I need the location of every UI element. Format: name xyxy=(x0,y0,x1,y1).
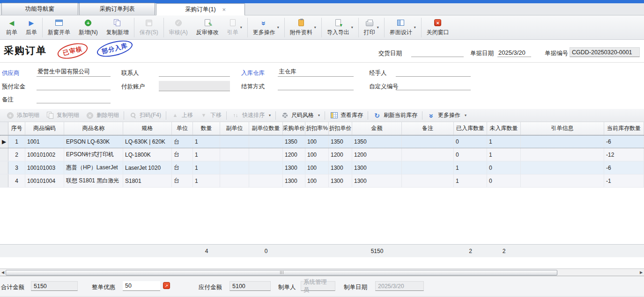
cell-discount_rate[interactable]: 100 xyxy=(305,148,329,161)
cell-ref_info[interactable] xyxy=(521,136,604,148)
dropdown-caret-icon[interactable]: ▾ xyxy=(314,25,316,29)
cell-spec[interactable]: LQ-1800K xyxy=(123,148,172,161)
cell-discount_price[interactable]: 1300 xyxy=(329,174,352,187)
supplier-input[interactable]: 爱普生中国有限公司 xyxy=(37,67,111,77)
cell-subunit_qty[interactable] xyxy=(249,174,283,187)
cell-name[interactable]: 惠普（HP）LaserJet xyxy=(64,161,123,174)
cell-current_stock[interactable]: -1 xyxy=(604,174,644,187)
column-header-unit[interactable]: 单位 xyxy=(172,122,193,135)
cell-price[interactable]: 1300 xyxy=(283,174,305,187)
tab-po[interactable]: 采购订单(1)× xyxy=(156,3,245,15)
cell-subunit_qty[interactable] xyxy=(249,136,283,148)
refresh-stock-button[interactable]: ↻刷新当前库存 xyxy=(370,109,421,122)
tab-po-list[interactable]: 采购订单列表 xyxy=(79,3,155,15)
column-header-discount_price[interactable]: 折扣单价 xyxy=(329,122,352,135)
cell-seq[interactable]: 1 xyxy=(8,136,25,148)
cell-seq[interactable]: 2 xyxy=(8,148,25,161)
cell-seq[interactable]: 4 xyxy=(8,174,25,187)
cell-subunit[interactable] xyxy=(220,161,249,174)
cell-name[interactable]: EPSON针式打印机 xyxy=(64,148,123,161)
cell-stocked_qty[interactable]: 0 xyxy=(454,136,487,148)
cell-unstocked_qty[interactable]: 1 xyxy=(487,136,521,148)
cell-name[interactable]: EPSON LQ-630K xyxy=(64,136,123,148)
handler-input[interactable] xyxy=(396,67,471,77)
cell-unit[interactable]: 台 xyxy=(172,161,193,174)
scrollbar-thumb[interactable] xyxy=(6,270,557,275)
close-window-button[interactable]: ×关闭窗口 xyxy=(422,17,453,38)
cell-current_stock[interactable]: -6 xyxy=(604,136,644,148)
cell-unstocked_qty[interactable]: 0 xyxy=(487,174,521,187)
cell-qty[interactable]: 1 xyxy=(193,174,220,187)
import-export-button[interactable]: ▼导入导出▾ xyxy=(323,17,357,38)
cell-seq[interactable]: 3 xyxy=(8,161,25,174)
contact-input[interactable] xyxy=(159,67,230,77)
move-down-button[interactable]: ▼下移 xyxy=(196,109,225,122)
cell-name[interactable]: 联想 S1801 黑白激光 xyxy=(64,174,123,187)
cell-remark[interactable] xyxy=(402,148,454,161)
table-row[interactable]: ▶11001EPSON LQ-630KLQ-630K | 620K台113501… xyxy=(0,135,644,148)
cell-code[interactable]: 100101004 xyxy=(25,174,64,187)
cell-current_stock[interactable]: -12 xyxy=(604,148,644,161)
save-button[interactable]: 保存(S) xyxy=(135,17,163,38)
cell-price[interactable]: 1200 xyxy=(283,148,305,161)
dropdown-caret-icon[interactable]: ▾ xyxy=(269,113,271,117)
cell-ref_info[interactable] xyxy=(521,161,604,174)
add-new-button[interactable]: +新增(N) xyxy=(74,17,102,38)
dropdown-caret-icon[interactable]: ▾ xyxy=(465,113,466,117)
cell-discount_rate[interactable]: 100 xyxy=(305,136,329,148)
order-discount-input[interactable]: 50 xyxy=(123,281,160,291)
copy-add-button[interactable]: 复制新增 xyxy=(102,17,133,38)
more-detail-ops-button[interactable]: »更多操作▾ xyxy=(424,109,470,122)
column-header-qty[interactable]: 数量 xyxy=(193,122,220,135)
dropdown-caret-icon[interactable]: ▾ xyxy=(377,25,379,29)
row-marker[interactable] xyxy=(0,174,8,187)
table-row[interactable]: 4100101004联想 S1801 黑白激光S1801台11300100130… xyxy=(0,174,644,188)
unaudit-edit-button[interactable]: ✎反审修改 xyxy=(192,17,223,38)
cell-discount_rate[interactable]: 100 xyxy=(305,174,329,187)
horizontal-scrollbar[interactable]: ◀ ▶ xyxy=(0,268,644,276)
cell-subunit[interactable] xyxy=(220,174,249,187)
table-row[interactable]: 2100101002EPSON针式打印机LQ-1800K台11200100120… xyxy=(0,148,644,161)
cell-discount_rate[interactable]: 100 xyxy=(305,161,329,174)
remark-input[interactable] xyxy=(37,94,111,103)
row-marker[interactable] xyxy=(0,161,8,174)
column-header-unstocked_qty[interactable]: 未入库数量 xyxy=(487,122,521,135)
column-header-amount[interactable]: 金额 xyxy=(352,122,402,135)
cell-remark[interactable] xyxy=(402,174,454,187)
cell-subunit_qty[interactable] xyxy=(249,161,283,174)
cell-unstocked_qty[interactable]: 1 xyxy=(487,148,521,161)
cell-spec[interactable]: LaserJet 1020 xyxy=(123,161,172,174)
dropdown-caret-icon[interactable]: ▾ xyxy=(414,25,416,29)
column-header-seq[interactable]: 序号 xyxy=(8,122,25,135)
dropdown-caret-icon[interactable]: ▾ xyxy=(240,25,242,29)
cell-qty[interactable]: 1 xyxy=(193,136,220,148)
prev-doc-button[interactable]: ◀前单 xyxy=(2,17,22,38)
cell-remark[interactable] xyxy=(402,136,454,148)
cell-subunit[interactable] xyxy=(220,148,249,161)
dropdown-caret-icon[interactable]: ▾ xyxy=(351,25,353,29)
more-ops-button[interactable]: »更多操作▾ xyxy=(249,17,283,38)
cell-remark[interactable] xyxy=(402,161,454,174)
cell-unit[interactable]: 台 xyxy=(172,148,193,161)
settlement-input[interactable] xyxy=(278,81,354,90)
attachments-button[interactable]: 附件资料▾ xyxy=(286,17,320,38)
cell-stocked_qty[interactable]: 1 xyxy=(454,161,487,174)
delete-detail-button[interactable]: ×删除明细 xyxy=(82,109,122,122)
current-row-marker[interactable]: ▶ xyxy=(0,136,8,148)
tab-nav[interactable]: 功能导航窗 xyxy=(1,3,78,15)
ref-doc-button[interactable]: 引单▾ xyxy=(223,17,246,38)
column-header-ref_info[interactable]: 引单信息 xyxy=(521,122,604,135)
delivery-date-input[interactable] xyxy=(411,48,464,57)
row-marker[interactable] xyxy=(0,148,8,161)
cell-stocked_qty[interactable]: 1 xyxy=(454,174,487,187)
cell-ref_info[interactable] xyxy=(521,174,604,187)
cell-ref_info[interactable] xyxy=(521,148,604,161)
column-header-subunit_qty[interactable]: 副单位数量 xyxy=(249,122,283,135)
cell-amount[interactable]: 1350 xyxy=(352,136,402,148)
cell-code[interactable]: 100101002 xyxy=(25,148,64,161)
scroll-left-arrow[interactable]: ◀ xyxy=(0,270,5,275)
cell-stocked_qty[interactable]: 0 xyxy=(454,148,487,161)
column-header-stocked_qty[interactable]: 已入库数量 xyxy=(454,122,487,135)
cell-spec[interactable]: LQ-630K | 620K xyxy=(123,136,172,148)
dropdown-caret-icon[interactable]: ▾ xyxy=(277,25,279,29)
